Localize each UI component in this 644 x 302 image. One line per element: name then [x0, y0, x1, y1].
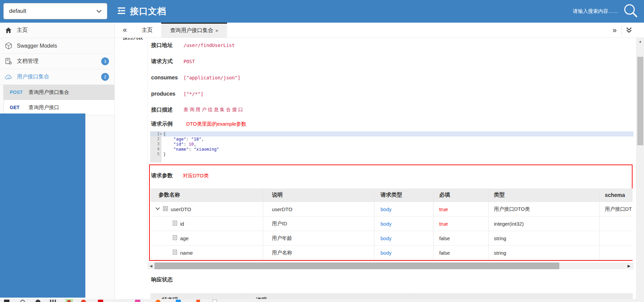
cell-required: false — [433, 246, 488, 260]
taskbar-app-icon[interactable] — [196, 300, 200, 302]
count-badge: 2 — [101, 73, 109, 81]
field-doc-icon — [173, 221, 177, 227]
horizontal-scroll-thumb[interactable] — [155, 262, 559, 269]
cell-description: 用户年龄 — [263, 231, 374, 246]
table-row-param-name: age — [150, 231, 263, 246]
taskbar-app-icon[interactable] — [176, 300, 181, 302]
col-header-type: 类型 — [488, 188, 600, 202]
body-link[interactable]: body — [381, 250, 392, 256]
document-gear-icon — [5, 58, 12, 65]
tab-home[interactable]: 主页 — [133, 23, 161, 37]
col-header-request-type: 请求类型 — [374, 188, 433, 202]
sidebar-operation-post-find-user-list[interactable]: POST 查询用户接口集合 — [4, 85, 114, 100]
field-value: /user/findUserList — [184, 43, 235, 48]
sidebar-item-user-api-group[interactable]: API 用户接口集合 2 — [0, 69, 114, 85]
cell-schema — [600, 217, 633, 231]
cell-type: string — [488, 231, 600, 246]
taskbar-app-icon[interactable] — [156, 300, 161, 302]
operation-label: 查询用户接口集合 — [29, 89, 69, 96]
request-example-row: 请求示例 DTO类里面的example参数 — [151, 120, 246, 128]
tab-find-user-list[interactable]: 查询用户接口集合 × — [161, 23, 227, 37]
taskbar-sliver — [0, 299, 636, 302]
field-doc-icon — [173, 250, 177, 256]
tab-close-icon[interactable]: × — [215, 28, 218, 33]
field-value: POST — [184, 59, 195, 64]
code-line: "id": 10, — [162, 142, 634, 147]
col-header-status-code: 状态码 — [150, 293, 245, 299]
taskbar-app-icon[interactable] — [213, 300, 217, 302]
count-badge: 3 — [101, 57, 109, 65]
chevron-down-icon — [96, 8, 102, 15]
code-line: { — [162, 131, 634, 136]
request-params-table: 参数名称 说明 请求类型 必填 类型 schema userDTO userDT… — [150, 188, 633, 260]
sidebar-item-home[interactable]: 主页 — [0, 23, 114, 38]
taskbar-app-icon[interactable] — [98, 300, 103, 302]
app-title: 接口文档 — [130, 5, 166, 17]
field-label: 请求方式 — [151, 58, 179, 65]
field-api-path: 接口地址 /user/findUserList — [151, 41, 235, 49]
sidebar-item-label: 用户接口集合 — [17, 73, 49, 80]
body-link[interactable]: body — [381, 235, 392, 241]
vertical-scroll-thumb[interactable] — [637, 57, 643, 145]
scroll-right-arrow-icon[interactable]: ▶ — [625, 262, 633, 269]
col-header-schema: schema — [600, 188, 633, 202]
field-label: 接口描述 — [151, 106, 179, 114]
field-value: ["*/*"] — [184, 91, 203, 97]
json-example-editor[interactable]: 1▾ 2 3 4 5 { "age": "18", "id": 10, "nam… — [150, 131, 634, 162]
method-get-label: GET — [10, 105, 29, 110]
sidebar-item-label: 主页 — [17, 27, 28, 34]
tabs-scroll-right-icon[interactable]: » — [608, 27, 621, 34]
request-example-annotation: DTO类里面的example参数 — [186, 121, 246, 127]
taskbar-app-icon[interactable] — [81, 300, 86, 302]
tab-label: 查询用户接口集合 — [170, 27, 213, 34]
cloud-api-icon: API — [5, 73, 12, 81]
scroll-up-arrow-icon[interactable]: ▲ — [637, 38, 644, 45]
taskbar-app-icon[interactable] — [135, 300, 140, 302]
object-grid-icon — [163, 206, 168, 212]
operation-label: 查询用户接口 — [29, 104, 59, 111]
body-link[interactable]: body — [381, 206, 392, 212]
cell-schema — [600, 231, 633, 246]
cell-type: string — [488, 246, 600, 260]
cell-request-type: body — [374, 202, 433, 217]
topbar: default 接口文档 请输入搜索内容…… — [0, 0, 644, 23]
taskbar-app-icon[interactable] — [50, 300, 56, 302]
response-status-table-partial: 状态码 说明 — [150, 293, 633, 299]
table-row-param-name: userDTO — [150, 202, 263, 217]
expand-chevron-icon[interactable] — [155, 206, 160, 212]
sidebar-item-doc-manage[interactable]: 文档管理 3 — [0, 54, 114, 69]
taskbar-app-icon[interactable] — [35, 300, 40, 302]
tabs-collapse-left-icon[interactable]: « — [123, 26, 127, 34]
sidebar-item-label: 文档管理 — [17, 58, 38, 65]
sidebar-item-swagger-models[interactable]: Swagger Models — [0, 38, 114, 54]
cell-required: true — [433, 217, 488, 231]
cell-request-type: body — [374, 217, 433, 231]
col-header-param-name: 参数名称 — [150, 188, 263, 202]
app-logo: 接口文档 — [118, 0, 166, 23]
search-input[interactable]: 请输入搜索内容…… — [573, 8, 618, 15]
method-post-label: POST — [10, 90, 29, 95]
api-group-select[interactable]: default — [3, 3, 107, 19]
response-status-label: 响应状态 — [151, 276, 173, 283]
cell-schema — [600, 246, 633, 260]
doc-left-border — [147, 38, 148, 263]
request-params-annotation: 对应DTO类 — [183, 173, 208, 179]
field-api-description: 接口描述 查询用户信息集合接口 — [151, 106, 244, 114]
cell-request-type: body — [374, 246, 433, 260]
search-icon[interactable] — [623, 3, 639, 20]
body-link[interactable]: body — [381, 221, 392, 227]
tabs-menu-double-chevron-icon[interactable] — [622, 27, 636, 33]
taskbar-app-icon[interactable] — [20, 300, 25, 302]
code-line: "name": "xiaoming" — [162, 147, 634, 152]
field-produces: produces ["*/*"] — [151, 90, 203, 98]
svg-text:API: API — [7, 77, 9, 78]
scroll-left-arrow-icon[interactable]: ◀ — [147, 262, 155, 269]
cell-description: 用户名称 — [263, 246, 374, 260]
field-label: produces — [151, 91, 179, 97]
horizontal-scrollbar: ◀ ▶ — [147, 262, 634, 269]
col-header-status-extra — [413, 293, 633, 299]
sidebar-operation-get-find-user[interactable]: GET 查询用户接口 — [4, 100, 114, 115]
taskbar-app-icon[interactable] — [67, 300, 71, 302]
taskbar-app-icon[interactable] — [4, 300, 9, 302]
tab-label: 主页 — [142, 27, 152, 34]
